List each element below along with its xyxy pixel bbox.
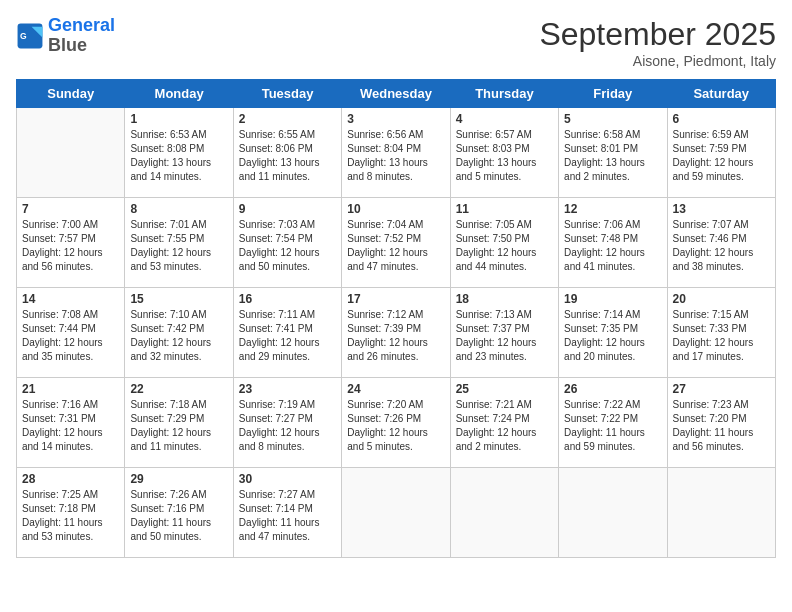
day-number: 8 (130, 202, 227, 216)
calendar-week-5: 28Sunrise: 7:25 AMSunset: 7:18 PMDayligh… (17, 468, 776, 558)
calendar-cell: 22Sunrise: 7:18 AMSunset: 7:29 PMDayligh… (125, 378, 233, 468)
calendar-table: SundayMondayTuesdayWednesdayThursdayFrid… (16, 79, 776, 558)
day-detail: Sunrise: 7:04 AMSunset: 7:52 PMDaylight:… (347, 218, 444, 274)
day-detail: Sunrise: 7:22 AMSunset: 7:22 PMDaylight:… (564, 398, 661, 454)
calendar-cell: 30Sunrise: 7:27 AMSunset: 7:14 PMDayligh… (233, 468, 341, 558)
logo-text: GeneralBlue (48, 16, 115, 56)
logo-icon: G (16, 22, 44, 50)
calendar-cell: 18Sunrise: 7:13 AMSunset: 7:37 PMDayligh… (450, 288, 558, 378)
calendar-cell: 27Sunrise: 7:23 AMSunset: 7:20 PMDayligh… (667, 378, 775, 468)
day-detail: Sunrise: 7:08 AMSunset: 7:44 PMDaylight:… (22, 308, 119, 364)
calendar-cell (450, 468, 558, 558)
day-number: 10 (347, 202, 444, 216)
calendar-cell: 24Sunrise: 7:20 AMSunset: 7:26 PMDayligh… (342, 378, 450, 468)
day-detail: Sunrise: 7:26 AMSunset: 7:16 PMDaylight:… (130, 488, 227, 544)
calendar-cell (17, 108, 125, 198)
day-detail: Sunrise: 7:15 AMSunset: 7:33 PMDaylight:… (673, 308, 770, 364)
day-number: 14 (22, 292, 119, 306)
day-number: 19 (564, 292, 661, 306)
day-detail: Sunrise: 7:14 AMSunset: 7:35 PMDaylight:… (564, 308, 661, 364)
day-detail: Sunrise: 7:11 AMSunset: 7:41 PMDaylight:… (239, 308, 336, 364)
day-detail: Sunrise: 6:56 AMSunset: 8:04 PMDaylight:… (347, 128, 444, 184)
day-number: 23 (239, 382, 336, 396)
day-detail: Sunrise: 7:23 AMSunset: 7:20 PMDaylight:… (673, 398, 770, 454)
calendar-cell: 12Sunrise: 7:06 AMSunset: 7:48 PMDayligh… (559, 198, 667, 288)
day-detail: Sunrise: 7:13 AMSunset: 7:37 PMDaylight:… (456, 308, 553, 364)
calendar-cell: 13Sunrise: 7:07 AMSunset: 7:46 PMDayligh… (667, 198, 775, 288)
logo: G GeneralBlue (16, 16, 115, 56)
calendar-cell (342, 468, 450, 558)
calendar-cell: 3Sunrise: 6:56 AMSunset: 8:04 PMDaylight… (342, 108, 450, 198)
calendar-cell: 4Sunrise: 6:57 AMSunset: 8:03 PMDaylight… (450, 108, 558, 198)
calendar-cell: 10Sunrise: 7:04 AMSunset: 7:52 PMDayligh… (342, 198, 450, 288)
day-detail: Sunrise: 7:10 AMSunset: 7:42 PMDaylight:… (130, 308, 227, 364)
day-detail: Sunrise: 6:57 AMSunset: 8:03 PMDaylight:… (456, 128, 553, 184)
calendar-cell: 2Sunrise: 6:55 AMSunset: 8:06 PMDaylight… (233, 108, 341, 198)
day-number: 28 (22, 472, 119, 486)
day-detail: Sunrise: 7:25 AMSunset: 7:18 PMDaylight:… (22, 488, 119, 544)
header-day-thursday: Thursday (450, 80, 558, 108)
day-number: 9 (239, 202, 336, 216)
month-title: September 2025 (539, 16, 776, 53)
day-detail: Sunrise: 7:03 AMSunset: 7:54 PMDaylight:… (239, 218, 336, 274)
day-number: 25 (456, 382, 553, 396)
header-row: SundayMondayTuesdayWednesdayThursdayFrid… (17, 80, 776, 108)
day-detail: Sunrise: 7:21 AMSunset: 7:24 PMDaylight:… (456, 398, 553, 454)
calendar-week-3: 14Sunrise: 7:08 AMSunset: 7:44 PMDayligh… (17, 288, 776, 378)
day-number: 17 (347, 292, 444, 306)
day-number: 30 (239, 472, 336, 486)
header-day-sunday: Sunday (17, 80, 125, 108)
calendar-week-4: 21Sunrise: 7:16 AMSunset: 7:31 PMDayligh… (17, 378, 776, 468)
header-day-friday: Friday (559, 80, 667, 108)
location-subtitle: Aisone, Piedmont, Italy (539, 53, 776, 69)
day-number: 6 (673, 112, 770, 126)
day-detail: Sunrise: 7:20 AMSunset: 7:26 PMDaylight:… (347, 398, 444, 454)
day-number: 13 (673, 202, 770, 216)
calendar-cell: 8Sunrise: 7:01 AMSunset: 7:55 PMDaylight… (125, 198, 233, 288)
calendar-cell: 9Sunrise: 7:03 AMSunset: 7:54 PMDaylight… (233, 198, 341, 288)
calendar-week-2: 7Sunrise: 7:00 AMSunset: 7:57 PMDaylight… (17, 198, 776, 288)
calendar-cell: 7Sunrise: 7:00 AMSunset: 7:57 PMDaylight… (17, 198, 125, 288)
calendar-cell: 1Sunrise: 6:53 AMSunset: 8:08 PMDaylight… (125, 108, 233, 198)
calendar-cell: 15Sunrise: 7:10 AMSunset: 7:42 PMDayligh… (125, 288, 233, 378)
day-number: 4 (456, 112, 553, 126)
day-detail: Sunrise: 7:00 AMSunset: 7:57 PMDaylight:… (22, 218, 119, 274)
svg-text:G: G (20, 31, 27, 41)
day-number: 26 (564, 382, 661, 396)
calendar-cell: 23Sunrise: 7:19 AMSunset: 7:27 PMDayligh… (233, 378, 341, 468)
day-detail: Sunrise: 6:53 AMSunset: 8:08 PMDaylight:… (130, 128, 227, 184)
day-detail: Sunrise: 6:58 AMSunset: 8:01 PMDaylight:… (564, 128, 661, 184)
day-detail: Sunrise: 7:01 AMSunset: 7:55 PMDaylight:… (130, 218, 227, 274)
calendar-cell: 19Sunrise: 7:14 AMSunset: 7:35 PMDayligh… (559, 288, 667, 378)
calendar-body: 1Sunrise: 6:53 AMSunset: 8:08 PMDaylight… (17, 108, 776, 558)
day-detail: Sunrise: 7:07 AMSunset: 7:46 PMDaylight:… (673, 218, 770, 274)
day-number: 2 (239, 112, 336, 126)
title-block: September 2025 Aisone, Piedmont, Italy (539, 16, 776, 69)
day-number: 15 (130, 292, 227, 306)
day-number: 11 (456, 202, 553, 216)
day-number: 18 (456, 292, 553, 306)
calendar-cell: 20Sunrise: 7:15 AMSunset: 7:33 PMDayligh… (667, 288, 775, 378)
day-number: 3 (347, 112, 444, 126)
day-number: 27 (673, 382, 770, 396)
day-detail: Sunrise: 7:05 AMSunset: 7:50 PMDaylight:… (456, 218, 553, 274)
day-detail: Sunrise: 7:12 AMSunset: 7:39 PMDaylight:… (347, 308, 444, 364)
calendar-cell: 28Sunrise: 7:25 AMSunset: 7:18 PMDayligh… (17, 468, 125, 558)
header-day-wednesday: Wednesday (342, 80, 450, 108)
day-number: 29 (130, 472, 227, 486)
calendar-cell: 26Sunrise: 7:22 AMSunset: 7:22 PMDayligh… (559, 378, 667, 468)
day-number: 1 (130, 112, 227, 126)
day-detail: Sunrise: 7:19 AMSunset: 7:27 PMDaylight:… (239, 398, 336, 454)
calendar-week-1: 1Sunrise: 6:53 AMSunset: 8:08 PMDaylight… (17, 108, 776, 198)
day-number: 21 (22, 382, 119, 396)
header-day-tuesday: Tuesday (233, 80, 341, 108)
calendar-cell (667, 468, 775, 558)
page-header: G GeneralBlue September 2025 Aisone, Pie… (16, 16, 776, 69)
day-number: 16 (239, 292, 336, 306)
header-day-monday: Monday (125, 80, 233, 108)
day-number: 7 (22, 202, 119, 216)
calendar-cell: 25Sunrise: 7:21 AMSunset: 7:24 PMDayligh… (450, 378, 558, 468)
calendar-cell (559, 468, 667, 558)
day-number: 12 (564, 202, 661, 216)
header-day-saturday: Saturday (667, 80, 775, 108)
